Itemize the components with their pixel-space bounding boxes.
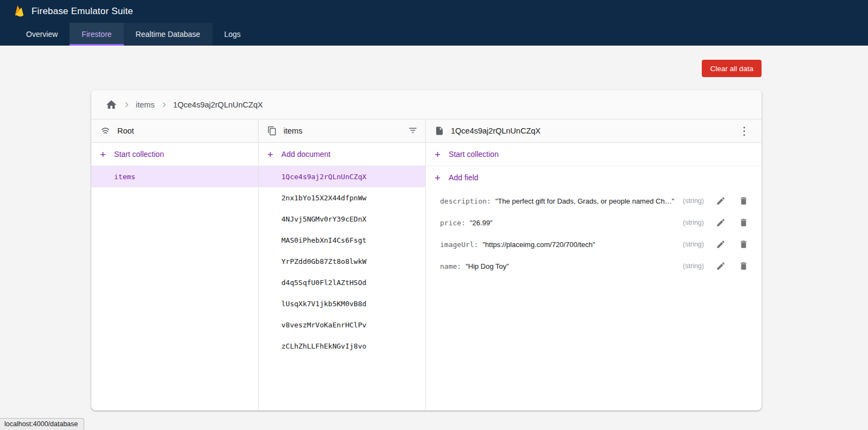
collection-list-item[interactable]: items xyxy=(91,166,258,187)
breadcrumb-document[interactable]: 1Qce4s9aj2rQLnUnCZqX xyxy=(173,100,263,109)
edit-field-button[interactable] xyxy=(712,213,730,232)
tab-logs[interactable]: Logs xyxy=(212,23,253,46)
document-column-title: 1Qce4s9aj2rQLnUnCZqX xyxy=(451,127,540,135)
field-key: name: xyxy=(440,262,461,270)
field-key: imageUrl: xyxy=(440,241,478,249)
overflow-menu-icon[interactable]: ⋮ xyxy=(734,125,754,136)
field-list: description: "The perfect gift for Dads,… xyxy=(426,189,762,278)
tab-realtime-database[interactable]: Realtime Database xyxy=(124,23,212,46)
field-row: imageUrl: "https://placeimg.com/720/700/… xyxy=(426,233,762,255)
home-icon[interactable] xyxy=(105,99,117,111)
chevron-right-icon xyxy=(122,100,131,109)
plus-icon: + xyxy=(435,173,441,183)
collection-column-header: items xyxy=(259,119,425,143)
root-column: Root + Start collection items xyxy=(91,119,259,410)
document-icon xyxy=(435,126,444,136)
toolbar: Clear all data xyxy=(0,60,762,77)
start-collection-button[interactable]: + Start collection xyxy=(91,143,258,166)
nav-tabs: Overview Firestore Realtime Database Log… xyxy=(0,23,868,46)
root-column-title: Root xyxy=(117,127,134,135)
collection-column: items + Add document 1Qce4s9aj2rQLnUnCZq… xyxy=(259,119,426,410)
field-value: "Hip Dog Toy" xyxy=(466,262,509,270)
document-list-item[interactable]: 2nx1bYo15X2X44dfpnWw xyxy=(259,187,425,208)
field-key: price: xyxy=(440,219,466,227)
document-list-item[interactable]: zCLhZhLLFhEkNGvIj8vo xyxy=(259,336,425,357)
start-collection-button-document[interactable]: + Start collection xyxy=(426,143,762,166)
root-column-header: Root xyxy=(91,119,258,143)
field-type: (string) xyxy=(683,262,707,270)
delete-field-button[interactable] xyxy=(734,192,753,210)
firebase-logo-icon xyxy=(13,4,25,18)
plus-icon: + xyxy=(435,149,441,160)
chevron-right-icon xyxy=(160,100,168,109)
document-list-item[interactable]: MAS0iPhebXnI4Cs6Fsgt xyxy=(259,230,425,251)
collection-column-title: items xyxy=(284,127,303,135)
edit-field-button[interactable] xyxy=(712,192,730,210)
document-list-item[interactable]: v8veszMrVoKaEnrHClPv xyxy=(259,314,425,336)
plus-icon: + xyxy=(267,149,273,160)
field-value: "https://placeimg.com/720/700/tech" xyxy=(482,241,595,249)
document-column-header: 1Qce4s9aj2rQLnUnCZqX ⋮ xyxy=(426,119,762,143)
breadcrumb: items 1Qce4s9aj2rQLnUnCZqX xyxy=(91,90,762,119)
field-value: "The perfect gift for Dads, Grads, or pe… xyxy=(495,197,674,205)
document-list-item[interactable]: 4NJvj5NGMv0rY39cEDnX xyxy=(259,208,425,230)
filter-icon[interactable] xyxy=(408,125,418,137)
delete-field-button[interactable] xyxy=(734,213,753,232)
field-type: (string) xyxy=(683,241,707,248)
delete-field-button[interactable] xyxy=(734,257,753,275)
field-type: (string) xyxy=(683,219,707,226)
document-list: 1Qce4s9aj2rQLnUnCZqX 2nx1bYo15X2X44dfpnW… xyxy=(259,166,425,357)
add-field-button[interactable]: + Add field xyxy=(426,166,762,189)
app-header: Firebase Emulator Suite Overview Firesto… xyxy=(0,0,868,46)
firestore-columns: Root + Start collection items items + xyxy=(91,119,762,410)
field-type: (string) xyxy=(683,197,707,205)
titlebar: Firebase Emulator Suite xyxy=(0,0,868,23)
document-list-item[interactable]: d4q5SqfU0Fl2lAZtHSOd xyxy=(259,272,425,293)
field-row: price: "26.99" (string) xyxy=(426,212,762,233)
status-link-preview: localhost:4000/database xyxy=(0,418,84,430)
field-row: name: "Hip Dog Toy" (string) xyxy=(426,255,762,277)
document-list-item[interactable]: lUsqXk7V1jkb5KM0vB8d xyxy=(259,293,425,314)
plus-icon: + xyxy=(100,149,106,160)
collection-icon xyxy=(267,126,277,136)
field-value: "26.99" xyxy=(470,219,493,227)
edit-field-button[interactable] xyxy=(712,257,730,275)
field-row: description: "The perfect gift for Dads,… xyxy=(426,190,762,212)
tab-overview[interactable]: Overview xyxy=(14,23,70,46)
field-key: description: xyxy=(440,197,491,205)
tab-firestore[interactable]: Firestore xyxy=(70,23,123,46)
delete-field-button[interactable] xyxy=(734,235,753,254)
app-title: Firebase Emulator Suite xyxy=(32,6,133,17)
clear-all-data-button[interactable]: Clear all data xyxy=(702,60,762,77)
add-document-button[interactable]: + Add document xyxy=(259,143,425,166)
edit-field-button[interactable] xyxy=(712,235,730,254)
root-icon xyxy=(100,125,111,136)
document-list-item[interactable]: 1Qce4s9aj2rQLnUnCZqX xyxy=(259,166,425,187)
breadcrumb-collection[interactable]: items xyxy=(136,100,155,109)
document-column: 1Qce4s9aj2rQLnUnCZqX ⋮ + Start collectio… xyxy=(426,119,762,410)
document-list-item[interactable]: YrPZdd0Gb87Zt8o8lwkW xyxy=(259,251,425,272)
firestore-panel: items 1Qce4s9aj2rQLnUnCZqX Root + Sta xyxy=(91,90,762,410)
